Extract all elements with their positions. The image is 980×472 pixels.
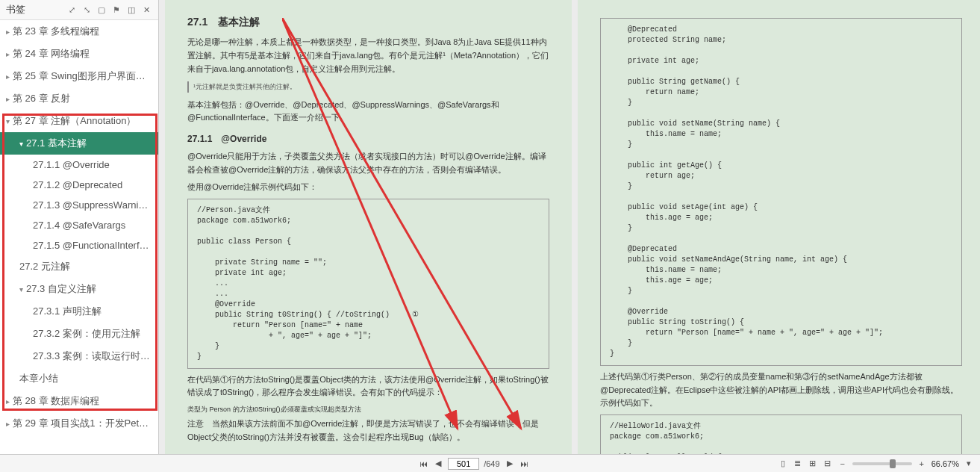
bookmarks-sidebar: 书签 ⤢ ⤡ ▢ ⚑ ◫ ✕ ▸第 23 章 多线程编程▸第 24 章 网络编程… [0, 0, 159, 454]
prev-page-button[interactable]: ◀ [433, 459, 443, 469]
toc-arrow-icon: ▸ [6, 72, 10, 81]
code-block: //Person.java文件 package com.a51work6; pu… [187, 199, 549, 369]
zoom-level-label: 66.67% [931, 459, 959, 468]
toc-item-label: 27.1.2 @Deprecated [33, 179, 122, 190]
view-mode-4-icon[interactable]: ⊟ [823, 459, 833, 469]
zoom-out-button[interactable]: − [837, 459, 848, 469]
toc-item[interactable]: 27.1.4 @SafeVarargs [0, 215, 158, 235]
toc-item-label: 第 24 章 网络编程 [13, 47, 90, 60]
status-bar: ⏮ ◀ /649 ▶ ⏭ ▯ ≣ ⊞ ⊟ − + 66.67% ▾ [0, 454, 980, 472]
collapse-icon[interactable]: ⤡ [81, 4, 93, 16]
toc-item[interactable]: ▸第 26 章 反射 [0, 87, 158, 110]
sidebar-header: 书签 ⤢ ⤡ ▢ ⚑ ◫ ✕ [0, 0, 158, 20]
toc-item-label: 第 26 章 反射 [13, 92, 70, 105]
paragraph: 上述代码第①行类Person、第②行的成员变量name和第③行的setNameA… [600, 370, 962, 410]
toc-item-label: 第 23 章 多线程编程 [13, 25, 99, 38]
next-page-button[interactable]: ▶ [505, 459, 515, 469]
toc-item[interactable]: ▸第 28 章 数据库编程 [0, 390, 158, 412]
toc-item-label: 本章小结 [19, 372, 58, 385]
toc-item[interactable]: ▾27.3 自定义注解 [0, 278, 158, 300]
paragraph: 使用@Override注解示例代码如下： [187, 181, 549, 194]
toc-item[interactable]: 27.1.3 @SuppressWarni… [0, 195, 158, 215]
compiler-message: 类型为 Person 的方法t0String()必须覆盖或实现超类型方法 [187, 404, 549, 414]
toc-item[interactable]: ▸第 29 章 项目实战1：开发Pet… [0, 412, 158, 435]
toc-item[interactable]: 27.3.2 案例：使用元注解 [0, 323, 158, 345]
zoom-dropdown-icon[interactable]: ▾ [964, 459, 974, 469]
toc-arrow-icon: ▸ [6, 397, 10, 406]
toc-item-label: 第 29 章 项目实战1：开发Pet… [13, 417, 149, 430]
toc-arrow-icon: ▸ [6, 28, 10, 36]
code-block: //HelloWorld.java文件 package com.a51work6… [600, 414, 962, 454]
toc-list: ▸第 23 章 多线程编程▸第 24 章 网络编程▸第 25 章 Swing图形… [0, 20, 158, 435]
toc-item-label: 第 28 章 数据库编程 [13, 394, 99, 408]
paragraph: 在代码第①行的方法toString()是覆盖Object类的方法，该方法使用@O… [187, 373, 549, 400]
note-paragraph: 注意 当然如果该方法前面不加@Override注解，即便是方法写错误了，也不会有… [187, 417, 549, 444]
panel-icon[interactable]: ◫ [125, 4, 137, 16]
view-mode-2-icon[interactable]: ≣ [793, 459, 803, 469]
view-mode-1-icon[interactable]: ▯ [778, 459, 788, 469]
paragraph: 无论是哪一种注解，本质上都是一种数据类型，是一种接口类型。到Java 8为止Ja… [187, 36, 549, 75]
paragraph: @Override只能用于方法，子类覆盖父类方法（或者实现接口的方法）时可以@O… [187, 150, 549, 176]
toc-item-label: 27.3.3 案例：读取运行时… [33, 350, 150, 363]
toc-arrow-icon: ▸ [6, 420, 10, 428]
page-right: @Deprecated protected String name; priva… [578, 0, 980, 454]
toc-item-label: 第 25 章 Swing图形用户界面… [13, 69, 146, 83]
toc-item[interactable]: 27.1.5 @FunctionalInterf… [0, 235, 158, 255]
toc-arrow-icon: ▸ [6, 95, 10, 103]
page-number-input[interactable] [448, 458, 479, 470]
toc-item[interactable]: 27.1.2 @Deprecated [0, 175, 158, 195]
section-heading: 27.1 基本注解 [187, 13, 549, 30]
sidebar-title: 书签 [6, 3, 25, 16]
page-left: 27.1 基本注解 无论是哪一种注解，本质上都是一种数据类型，是一种接口类型。到… [165, 0, 572, 454]
toc-item-label: 27.1 基本注解 [26, 137, 87, 150]
toc-arrow-icon: ▸ [6, 50, 10, 58]
toc-item-label: 27.3.1 声明注解 [33, 305, 102, 318]
close-icon[interactable]: ✕ [140, 4, 152, 16]
toc-item[interactable]: 27.3.1 声明注解 [0, 300, 158, 323]
first-page-button[interactable]: ⏮ [418, 459, 428, 469]
toc-item[interactable]: ▸第 25 章 Swing图形用户界面… [0, 65, 158, 87]
toc-item[interactable]: 27.3.3 案例：读取运行时… [0, 345, 158, 367]
expand-icon[interactable]: ⤢ [66, 4, 78, 16]
flag-icon[interactable]: ⚑ [110, 4, 122, 16]
toc-item[interactable]: 本章小结 [0, 367, 158, 390]
toc-item-label: 27.1.1 @Override [33, 159, 110, 170]
last-page-button[interactable]: ⏭ [519, 459, 530, 469]
toc-item-label: 第 27 章 注解（Annotation） [13, 114, 136, 128]
document-viewport[interactable]: 27.1 基本注解 无论是哪一种注解，本质上都是一种数据类型，是一种接口类型。到… [159, 0, 980, 454]
toc-item[interactable]: ▸第 23 章 多线程编程 [0, 20, 158, 43]
bookmark-icon[interactable]: ▢ [96, 4, 107, 16]
toc-item-label: 27.1.3 @SuppressWarni… [33, 199, 148, 211]
paragraph: 基本注解包括：@Override、@Deprecated、@SuppressWa… [187, 99, 549, 125]
toc-item-label: 27.1.4 @SafeVarargs [33, 220, 125, 231]
toc-arrow-icon: ▾ [19, 140, 23, 148]
toc-arrow-icon: ▾ [19, 285, 23, 294]
view-mode-3-icon[interactable]: ⊞ [808, 459, 818, 469]
code-block: @Deprecated protected String name; priva… [600, 18, 962, 366]
zoom-slider[interactable] [852, 462, 912, 465]
toc-item-label: 27.2 元注解 [19, 260, 70, 273]
footnote: ¹元注解就是负责注解其他的注解。 [187, 81, 549, 92]
toc-item[interactable]: 27.1.1 @Override [0, 155, 158, 175]
toc-item[interactable]: 27.2 元注解 [0, 255, 158, 278]
toc-item-label: 27.1.5 @FunctionalInterf… [33, 240, 149, 251]
toc-item[interactable]: ▾第 27 章 注解（Annotation） [0, 110, 158, 132]
page-total-label: /649 [484, 459, 499, 468]
toc-arrow-icon: ▾ [6, 117, 10, 125]
subsection-heading: 27.1.1 @Override [187, 132, 549, 146]
toc-item[interactable]: ▸第 24 章 网络编程 [0, 43, 158, 65]
toc-item-label: 27.3 自定义注解 [26, 282, 96, 296]
toc-item-label: 27.3.2 案例：使用元注解 [33, 327, 140, 341]
zoom-in-button[interactable]: + [917, 459, 927, 469]
toc-item[interactable]: ▾27.1 基本注解 [0, 132, 158, 155]
